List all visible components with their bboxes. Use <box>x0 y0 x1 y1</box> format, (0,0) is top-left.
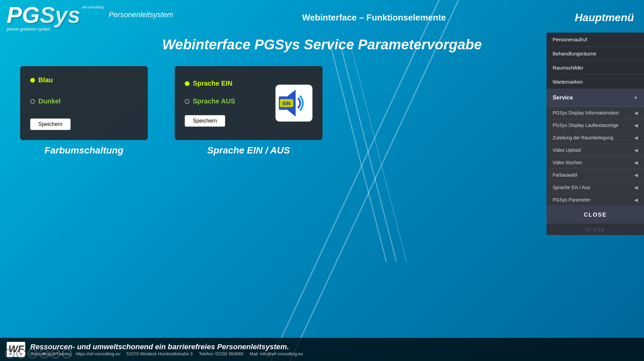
logo-subtitle: Personenleitsystem <box>109 10 173 19</box>
logo-main: PG Sys wf-consulting Personenleitsystem <box>7 3 173 26</box>
content-area: Blau Dunkel Speichern Farbumschaltung Sp… <box>20 59 624 163</box>
menu-item-personenaufruf[interactable]: Personenaufruf <box>547 33 644 47</box>
blau-label: Blau <box>38 76 53 84</box>
language-panel-title: Sprache EIN / AUS <box>207 145 290 156</box>
language-options: Sprache EIN Sprache AUS Speichern <box>185 76 235 130</box>
nav-search-icon[interactable]: ⊕ <box>51 349 60 358</box>
radio-sprache-ein: Sprache EIN <box>185 80 235 87</box>
nav-back-icon[interactable]: ◀ <box>5 349 14 358</box>
chevron-7: ◀ <box>634 135 638 140</box>
footer-address: 51570 Windeck Humboldtstraße 3 <box>127 351 193 356</box>
chevron-9: ◀ <box>634 160 638 165</box>
language-save-button[interactable]: Speichern <box>185 115 225 127</box>
service-chevron: ▼ <box>633 95 638 100</box>
nav-forward-icon[interactable]: ▶ <box>16 349 26 358</box>
footer-email: Mail: info@wf-consulting.eu <box>250 351 303 356</box>
nav-more-icon[interactable]: … <box>62 349 72 358</box>
footer-url: https://wf-consulting.eu <box>76 351 120 356</box>
logo-pg: PG <box>7 3 40 26</box>
logo-wf: wf-consulting <box>82 5 103 9</box>
language-section: Sprache EIN Sprache AUS Speichern <box>175 66 323 156</box>
svg-text:EIN: EIN <box>283 101 290 106</box>
menu-item-service[interactable]: Service ▼ <box>547 89 644 107</box>
radio-dunkel: Dunkel <box>30 97 138 105</box>
color-panel-title: Farbumschaltung <box>45 145 124 156</box>
color-section: Blau Dunkel Speichern Farbumschaltung <box>20 66 148 156</box>
color-panel: Blau Dunkel Speichern <box>20 66 148 140</box>
chevron-6: ◀ <box>634 123 638 128</box>
logo-bottom: person guidance system <box>7 27 50 32</box>
radio-sprache-aus: Sprache AUS <box>185 97 235 105</box>
menu-container: Personenaufruf Behandlungsräume Raumschi… <box>547 33 644 235</box>
chevron-11: ◀ <box>634 185 638 190</box>
sprache-ein-label: Sprache EIN <box>193 80 232 87</box>
language-panel: Sprache EIN Sprache AUS Speichern <box>175 66 323 140</box>
menu-item-behandlungsraume[interactable]: Behandlungsräume <box>547 47 644 61</box>
chevron-5: ◀ <box>634 110 638 116</box>
chevron-12: ◀ <box>634 197 638 202</box>
radio-dot-dunkel <box>30 99 35 104</box>
close-button-reflection: CLOSE <box>547 224 644 235</box>
menu-item-display-lauf[interactable]: PGSys Display Lauftextanzeige ◀ <box>547 119 644 132</box>
close-button[interactable]: CLOSE <box>547 206 644 224</box>
radio-dot-sprache-aus <box>185 99 189 104</box>
menu-item-wartemarken[interactable]: Wartemarken <box>547 75 644 89</box>
menu-item-raumschilder[interactable]: Raumschilder <box>547 61 644 75</box>
chevron-8: ◀ <box>634 147 638 153</box>
menu-item-display-info[interactable]: PGSys Display Informationstext ◀ <box>547 107 644 119</box>
menu-item-zuteilung[interactable]: Zuteilung der Raumbelegung ◀ <box>547 132 644 144</box>
sound-icon: EIN <box>275 85 312 122</box>
chevron-10: ◀ <box>634 172 638 178</box>
menu-item-farbauwahl[interactable]: Farbauwahl ◀ <box>547 169 644 181</box>
radio-dot-sprache-ein <box>185 81 189 86</box>
header: PG Sys wf-consulting Personenleitsystem … <box>0 0 644 35</box>
menu-item-sprache-ein-aus[interactable]: Sprache Ein / Aus ◀ <box>547 181 644 194</box>
footer: WF Ressourcen- und umweltschonend ein ba… <box>0 338 644 361</box>
logo-sys: Sys <box>40 3 80 26</box>
menu-item-pgsys-parameter[interactable]: PGSys Parameter ◀ <box>547 194 644 206</box>
radio-blau: Blau <box>30 76 138 84</box>
dunkel-label: Dunkel <box>38 97 61 105</box>
color-save-button[interactable]: Speichern <box>30 119 71 130</box>
nav-close-icon[interactable]: ✕ <box>28 349 37 358</box>
menu-item-video-upload[interactable]: Video Upload ◀ <box>547 144 644 156</box>
logo-area: PG Sys wf-consulting Personenleitsystem … <box>7 3 173 32</box>
menu-item-video-loschen[interactable]: Video löschen ◀ <box>547 156 644 169</box>
nav-copy-icon[interactable]: ⊞ <box>39 349 49 358</box>
hauptmenu-label: Hauptmenü <box>575 11 634 24</box>
bottom-icons: ◀ ▶ ✕ ⊞ ⊕ … <box>5 349 72 358</box>
footer-phone: Telefon: 02292 954060 <box>199 351 243 356</box>
radio-dot-blau <box>30 78 35 83</box>
header-nav-title: Webinterface – Funktionselemente <box>173 12 575 23</box>
sprache-aus-label: Sprache AUS <box>193 97 235 105</box>
sound-svg: EIN <box>277 86 311 120</box>
